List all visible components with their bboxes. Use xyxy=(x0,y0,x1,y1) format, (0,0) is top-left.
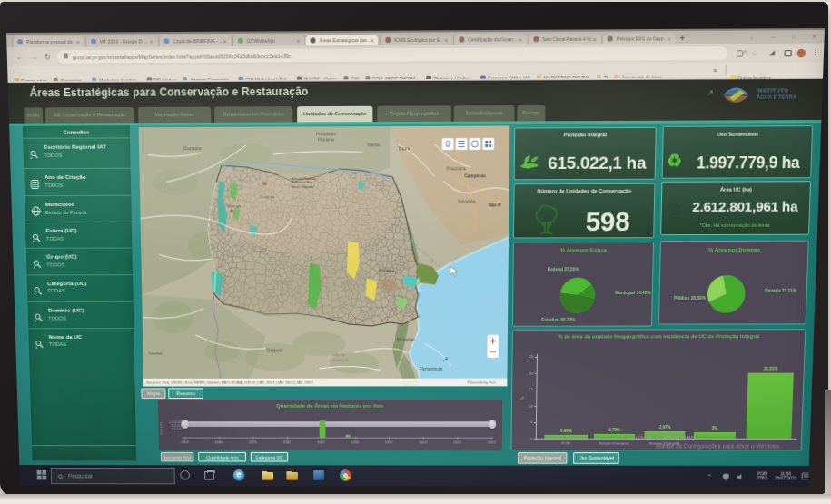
svg-text:Maringá: Maringá xyxy=(227,203,242,208)
svg-text:Bauru: Bauru xyxy=(399,146,411,151)
svg-text:Marília: Marília xyxy=(367,143,380,147)
svg-text:Curitiba: Curitiba xyxy=(379,269,394,273)
svg-text:Ambiental Mar: Ambiental Mar xyxy=(292,182,313,185)
svg-text:CATARINA: CATARINA xyxy=(330,358,349,362)
svg-text:Campinas: Campinas xyxy=(464,173,486,178)
svg-text:Sources: Esri, USGS | Esri, HE: Sources: Esri, USGS | Esri, HERE, Garmin… xyxy=(146,380,313,385)
svg-text:Presidente: Presidente xyxy=(316,132,336,136)
svg-text:Londrina: Londrina xyxy=(260,194,275,199)
svg-text:Florianópolis: Florianópolis xyxy=(420,367,443,371)
svg-text:Chapecó: Chapecó xyxy=(266,349,282,353)
svg-text:Powered by Esri: Powered by Esri xyxy=(468,380,496,385)
svg-text:Dourados: Dourados xyxy=(183,146,202,151)
svg-text:Soledad: Soledad xyxy=(148,351,163,356)
svg-text:Ilhas e Várzeas: Ilhas e Várzeas xyxy=(292,185,314,189)
svg-text:Piracicaba: Piracicaba xyxy=(446,166,466,171)
svg-text:Sorocaba: Sorocaba xyxy=(458,200,476,204)
svg-text:São P: São P xyxy=(489,203,501,208)
svg-text:SANTA: SANTA xyxy=(332,352,345,357)
svg-text:Blumenau: Blumenau xyxy=(397,338,416,342)
svg-text:Área de Proteção: Área de Proteção xyxy=(292,177,316,181)
svg-text:Prudente: Prudente xyxy=(318,138,335,143)
